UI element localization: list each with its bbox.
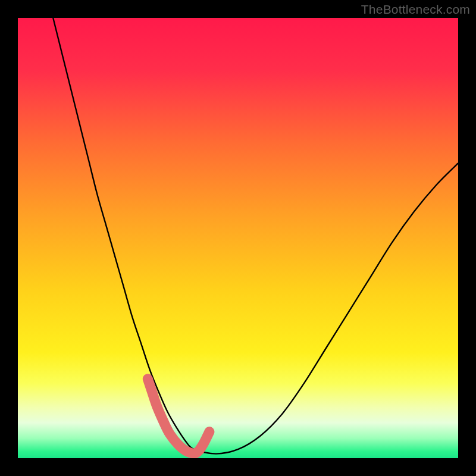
curve-layer — [18, 18, 458, 458]
watermark-text: TheBottleneck.com — [361, 2, 470, 17]
chart-frame: TheBottleneck.com — [0, 0, 476, 476]
highlight-markers — [148, 379, 209, 453]
bottleneck-curve — [53, 18, 458, 454]
